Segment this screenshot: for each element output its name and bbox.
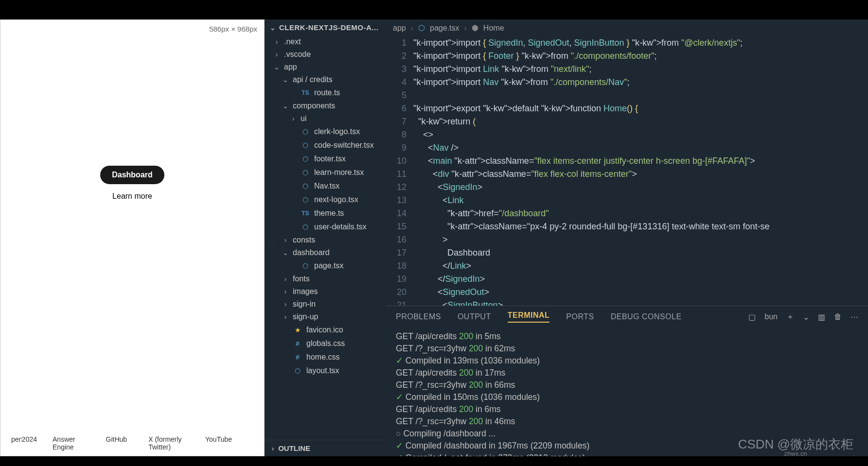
tree-item[interactable]: ⬡page.tsx	[265, 259, 386, 273]
outline-label: OUTLINE	[278, 444, 310, 452]
tab-output[interactable]: OUTPUT	[458, 312, 491, 321]
tree-item[interactable]: #home.css	[265, 350, 386, 364]
terminal-line: GET /?_rsc=r3yhw 200 in 66ms	[396, 379, 858, 391]
chevron-icon: ›	[282, 236, 289, 244]
dashboard-button[interactable]: Dashboard	[100, 166, 164, 184]
tab-debug-console[interactable]: DEBUG CONSOLE	[611, 312, 682, 321]
breadcrumb-seg-3[interactable]: Home	[483, 24, 504, 33]
tree-item[interactable]: ›ui	[265, 112, 386, 125]
tree-item[interactable]: ⬡footer.tsx	[265, 152, 386, 166]
tree-item[interactable]: ⬡next-logo.tsx	[265, 193, 386, 207]
split-terminal-icon[interactable]: ▥	[818, 312, 825, 322]
tree-item[interactable]: ⌄api / credits	[265, 73, 386, 86]
tab-terminal[interactable]: TERMINAL	[508, 311, 550, 323]
footer-year: 2024	[22, 435, 37, 443]
tree-item-label: home.css	[306, 353, 339, 362]
hash-icon: #	[293, 352, 302, 362]
ts-icon: TS	[301, 208, 310, 218]
react-icon: ⬡	[301, 140, 310, 150]
tree-item[interactable]: ›images	[265, 285, 386, 298]
tree-item[interactable]: ⌄components	[265, 100, 386, 112]
chevron-icon: ⌄	[282, 249, 289, 257]
more-icon[interactable]: ⋯	[850, 312, 858, 322]
breadcrumb[interactable]: app › ⬡ page.tsx › ⬢ Home	[386, 19, 868, 36]
ts-icon: TS	[301, 88, 310, 98]
tree-item-label: learn-more.tsx	[314, 168, 364, 177]
tree-item[interactable]: ›consts	[265, 234, 386, 246]
tree-item-label: theme.ts	[314, 209, 344, 218]
terminal-line: ✓ Compiled in 150ms (1036 modules)	[396, 391, 858, 403]
tree-item-label: layout.tsx	[306, 366, 339, 375]
react-icon: ⬡	[301, 222, 310, 232]
terminal-line: ✓ Compiled /dashboard in 1967ms (2209 mo…	[396, 440, 858, 452]
breadcrumb-seg-2[interactable]: page.tsx	[430, 24, 459, 33]
trash-icon[interactable]: 🗑	[834, 312, 842, 321]
react-icon: ⬡	[301, 181, 310, 191]
chevron-icon: ›	[282, 313, 289, 321]
tree-item-label: api / credits	[293, 75, 333, 84]
tree-item[interactable]: ⬡user-details.tsx	[265, 220, 386, 234]
tree-item[interactable]: ⬡learn-more.tsx	[265, 166, 386, 179]
tree-item[interactable]: ›sign-in	[265, 298, 386, 311]
tree-item[interactable]: ⌄app	[265, 61, 386, 73]
tree-item-label: consts	[293, 236, 315, 244]
tree-item-label: route.ts	[314, 88, 340, 97]
terminal-shell-icon[interactable]: ▢	[748, 312, 756, 322]
tree-item[interactable]: ★favicon.ico	[265, 323, 386, 337]
tree-item[interactable]: ›.next	[265, 35, 386, 48]
tab-problems[interactable]: PROBLEMS	[396, 312, 441, 321]
chevron-icon: ⌄	[282, 76, 289, 84]
footer-answer-engine[interactable]: Answer Engine	[53, 435, 85, 451]
tree-item-label: sign-in	[293, 300, 316, 309]
cube-icon: ⬢	[472, 23, 478, 33]
tree-item[interactable]: #globals.css	[265, 337, 386, 350]
tree-item[interactable]: TSroute.ts	[265, 86, 386, 100]
learn-more-link[interactable]: Learn more	[112, 192, 152, 201]
browser-preview-pane: 586px × 968px Dashboard Learn more ↔ per…	[0, 19, 265, 456]
new-terminal-icon[interactable]: ＋	[786, 312, 794, 322]
terminal-shell-name[interactable]: bun	[764, 312, 778, 321]
tree-item-label: favicon.ico	[306, 326, 343, 334]
chevron-down-icon[interactable]: ⌄	[803, 312, 809, 322]
chevron-icon: ›	[290, 115, 297, 122]
tree-item[interactable]: TStheme.ts	[265, 207, 386, 220]
tree-item[interactable]: ⬡Nav.tsx	[265, 179, 386, 193]
tree-item-label: next-logo.tsx	[314, 195, 358, 204]
tree-item[interactable]: ⬡code-switcher.tsx	[265, 138, 386, 152]
chevron-icon: ›	[273, 38, 280, 46]
tree-item-label: sign-up	[293, 312, 318, 321]
explorer-header[interactable]: ⌄ CLERK-NEXTJS-DEMO-A...	[265, 19, 386, 35]
footer-youtube[interactable]: YouTube	[205, 435, 232, 443]
resize-handle-icon[interactable]: ↔	[267, 238, 276, 248]
tree-item-label: user-details.tsx	[314, 223, 367, 231]
footer-github[interactable]: GitHub	[106, 435, 127, 443]
tree-item-label: images	[293, 287, 318, 296]
tree-item-label: .next	[284, 37, 301, 46]
footer-col-partial: pers	[11, 435, 22, 443]
tree-item[interactable]: ⬡layout.tsx	[265, 364, 386, 378]
tree-item-label: page.tsx	[314, 261, 343, 270]
tree-item-label: globals.css	[306, 339, 345, 348]
footer-x[interactable]: X (formerly Twitter)	[148, 435, 184, 451]
preview-footer: pers 2024 Answer Engine GitHub X (former…	[0, 435, 264, 451]
tab-ports[interactable]: PORTS	[566, 312, 594, 321]
project-name: CLERK-NEXTJS-DEMO-A...	[279, 23, 378, 32]
tree-item[interactable]: ›sign-up	[265, 311, 386, 323]
breadcrumb-seg-1[interactable]: app	[393, 24, 406, 33]
breadcrumb-separator-icon: ›	[411, 24, 413, 33]
tree-item-label: fonts	[293, 275, 310, 283]
chevron-icon: ›	[273, 51, 280, 58]
tree-item-label: .vscode	[284, 50, 311, 59]
outline-section[interactable]: › OUTLINE	[265, 440, 386, 456]
tree-item[interactable]: ›.vscode	[265, 48, 386, 61]
tree-item[interactable]: ⬡clerk-logo.tsx	[265, 125, 386, 138]
hash-icon: #	[293, 339, 302, 348]
chevron-icon: ›	[282, 275, 289, 283]
tree-item[interactable]: ›fonts	[265, 273, 386, 285]
code-editor[interactable]: 123456789101112131415161718192021 "k-imp…	[386, 36, 868, 306]
tree-item[interactable]: ⌄dashboard	[265, 246, 386, 259]
code-body[interactable]: "k-import">import { SignedIn, SignedOut,…	[413, 36, 868, 306]
tree-item-label: dashboard	[293, 248, 330, 257]
terminal-output[interactable]: GET /api/credits 200 in 5msGET /?_rsc=r3…	[386, 328, 868, 456]
bottom-panel: PROBLEMS OUTPUT TERMINAL PORTS DEBUG CON…	[386, 306, 868, 456]
